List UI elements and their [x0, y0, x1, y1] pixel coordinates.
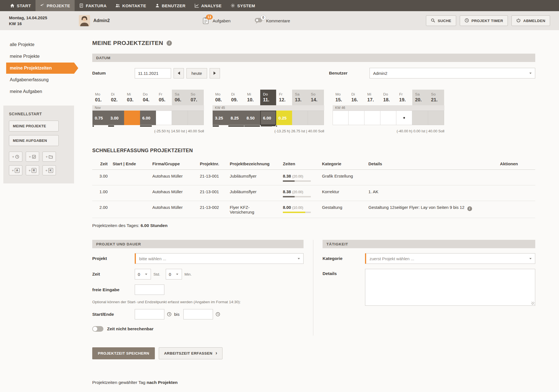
- calendar-day-so-21[interactable]: So21.: [428, 90, 444, 105]
- calendar-day-value[interactable]: 8.25: [228, 111, 244, 125]
- calendar-day-di-02[interactable]: Di02.: [108, 90, 124, 105]
- save-projektzeit-button[interactable]: PROJEKTZEIT SPEICHERN: [92, 347, 155, 359]
- add-time-button[interactable]: +: [9, 152, 22, 162]
- nav-item-start[interactable]: START: [6, 0, 35, 11]
- sidebar-item-meine-aufgaben[interactable]: meine Aufgaben: [6, 86, 74, 97]
- calendar-day-fr-05[interactable]: Fr05.: [156, 90, 172, 105]
- user-select[interactable]: Admin2: [369, 68, 535, 78]
- calendar-day-value[interactable]: [349, 111, 364, 125]
- calendar-day-value[interactable]: 8.50: [244, 111, 260, 125]
- calendar-day-sa-06[interactable]: Sa06.: [172, 90, 188, 105]
- search-button[interactable]: SUCHE: [426, 15, 456, 26]
- calendar-day-value[interactable]: [333, 111, 349, 125]
- calendar-day-value[interactable]: [172, 111, 188, 125]
- sidebar-item-meine-projekte[interactable]: meine Projekte: [6, 51, 74, 62]
- calendar-day-value[interactable]: [156, 111, 172, 125]
- nav-item-benutzer[interactable]: BENUTZER: [151, 0, 190, 11]
- calendar-day-value[interactable]: 0.25: [276, 111, 292, 125]
- nav-item-system[interactable]: SYSTEM: [226, 0, 260, 11]
- sidebar-item-alle-projekte[interactable]: alle Projekte: [6, 39, 74, 50]
- clock-icon[interactable]: [215, 312, 220, 317]
- calendar-day-value[interactable]: [396, 111, 412, 125]
- sidebar-item-aufgabenerfassung[interactable]: Aufgabenerfassung: [6, 74, 74, 85]
- sidebar-item-meine-projektzeiten[interactable]: meine Projektzeiten: [6, 63, 74, 74]
- project-timer-button[interactable]: PROJEKT TIMER: [460, 15, 508, 26]
- calendar-day-sa-13[interactable]: Sa13.: [292, 90, 308, 105]
- calendar-day-do-04[interactable]: Do04.: [140, 90, 156, 105]
- add-task-button[interactable]: +: [26, 152, 39, 162]
- calendar-day-value[interactable]: 6.00: [260, 111, 276, 125]
- nav-item-projekte[interactable]: PROJEKTE: [35, 0, 75, 11]
- next-day-button[interactable]: [210, 68, 220, 78]
- tasks-indicator[interactable]: 13 Aufgaben: [202, 17, 231, 24]
- projekt-select[interactable]: bitte wählen ...: [135, 253, 304, 264]
- calendar-day-di-09[interactable]: Di09.: [228, 90, 244, 105]
- freie-eingabe-input[interactable]: [135, 285, 164, 295]
- col-start-ende: Start | Ende: [108, 161, 150, 166]
- calendar-day-sa-20[interactable]: Sa20.: [412, 90, 428, 105]
- nav-item-kontakte[interactable]: KONTAKTE: [111, 0, 150, 11]
- arbeitszeit-erfassen-button[interactable]: ARBEITSZEIT ERFASSEN: [159, 347, 222, 359]
- calendar-day-value[interactable]: 0.75: [92, 111, 108, 125]
- nav-item-faktura[interactable]: FAKTURA: [75, 0, 111, 11]
- calendar-day-do-18[interactable]: Do18.: [380, 90, 396, 105]
- top-nav: STARTPROJEKTEFAKTURAKONTAKTEBENUTZERANAL…: [0, 0, 559, 11]
- nav-item-analyse[interactable]: ANALYSE: [190, 0, 226, 11]
- info-icon[interactable]: [167, 40, 172, 46]
- info-icon[interactable]: [467, 206, 472, 211]
- username: Admin2: [93, 18, 110, 23]
- details-textarea[interactable]: [365, 269, 535, 306]
- today-button[interactable]: heute: [186, 68, 207, 78]
- table-row[interactable]: 1.00Autohaus Müller21-13-001Jubiläumsfly…: [92, 185, 535, 201]
- datum-panel-title: DATUM: [92, 54, 535, 62]
- calendar-day-value[interactable]: [412, 111, 428, 125]
- add-k-button[interactable]: +K: [42, 165, 56, 175]
- calendar-day-fr-19[interactable]: Fr19.: [396, 90, 412, 105]
- calendar-day-fr-12[interactable]: Fr12.: [276, 90, 292, 105]
- calendar-day-mo-01[interactable]: Mo01.: [92, 90, 108, 105]
- start-time-input[interactable]: [135, 309, 164, 319]
- calendar-day-value[interactable]: [124, 111, 140, 125]
- calendar-day-value[interactable]: 3.25: [212, 111, 228, 125]
- calendar-day-value[interactable]: 6.00: [140, 111, 156, 125]
- table-row[interactable]: 2.00Autohaus Müller21-13-002Flyer KFZ-Ve…: [92, 201, 535, 218]
- calendar-day-value[interactable]: [308, 111, 324, 125]
- calendar-day-value[interactable]: [292, 111, 308, 125]
- add-project-button[interactable]: +: [42, 152, 56, 162]
- table-row[interactable]: 3.00Autohaus Müller21-13-001Jubiläumsfly…: [92, 170, 535, 185]
- add-r-button[interactable]: +R: [26, 165, 39, 175]
- zeit-nicht-berechenbar-toggle[interactable]: [92, 326, 103, 332]
- add-a-button[interactable]: +A: [9, 165, 22, 175]
- col-kategorie: Kategorie: [319, 161, 366, 166]
- kategorie-select[interactable]: zuerst Projekt wählen ...: [365, 253, 535, 264]
- calendar-day-value[interactable]: [380, 111, 396, 125]
- calendar-day-mo-08[interactable]: Mo08.: [212, 90, 228, 105]
- calendar-day-so-14[interactable]: So14.: [308, 90, 324, 105]
- resize-grip-icon[interactable]: [531, 302, 534, 305]
- calendar-day-value[interactable]: 3.00: [108, 111, 124, 125]
- calendar-day-mi-17[interactable]: Mi17.: [364, 90, 380, 105]
- calendar-day-mi-03[interactable]: Mi03.: [124, 90, 140, 105]
- hours-select[interactable]: 0: [135, 269, 151, 279]
- calendar-day-mi-10[interactable]: Mi10.: [244, 90, 260, 105]
- quickstart-my-tasks-button[interactable]: MEINE AUFGABEN: [9, 135, 59, 146]
- header-actions: SUCHE PROJEKT TIMER ABMELDEN: [426, 15, 550, 26]
- calendar-day-do-11[interactable]: Do11.: [260, 90, 276, 105]
- minutes-select[interactable]: 0: [166, 269, 182, 279]
- col-details: Details: [366, 161, 486, 166]
- calendar-day-so-07[interactable]: So07.: [188, 90, 204, 105]
- date-input[interactable]: [135, 68, 171, 78]
- calendar-day-value[interactable]: [364, 111, 380, 125]
- calendar-day-value[interactable]: [428, 111, 444, 125]
- clock-icon[interactable]: [167, 312, 172, 317]
- comments-indicator[interactable]: 0 Kommentare: [254, 18, 290, 24]
- logout-button[interactable]: ABMELDEN: [511, 15, 550, 26]
- end-time-input[interactable]: [183, 309, 213, 319]
- user-chip[interactable]: Admin2: [79, 15, 110, 26]
- calendar-day-mo-15[interactable]: Mo15.: [333, 90, 349, 105]
- task-icon: [32, 155, 36, 159]
- calendar-day-value[interactable]: [188, 111, 204, 125]
- quickstart-my-projects-button[interactable]: MEINE PROJEKTE: [9, 121, 59, 132]
- calendar-day-di-16[interactable]: Di16.: [349, 90, 364, 105]
- prev-day-button[interactable]: [174, 68, 184, 78]
